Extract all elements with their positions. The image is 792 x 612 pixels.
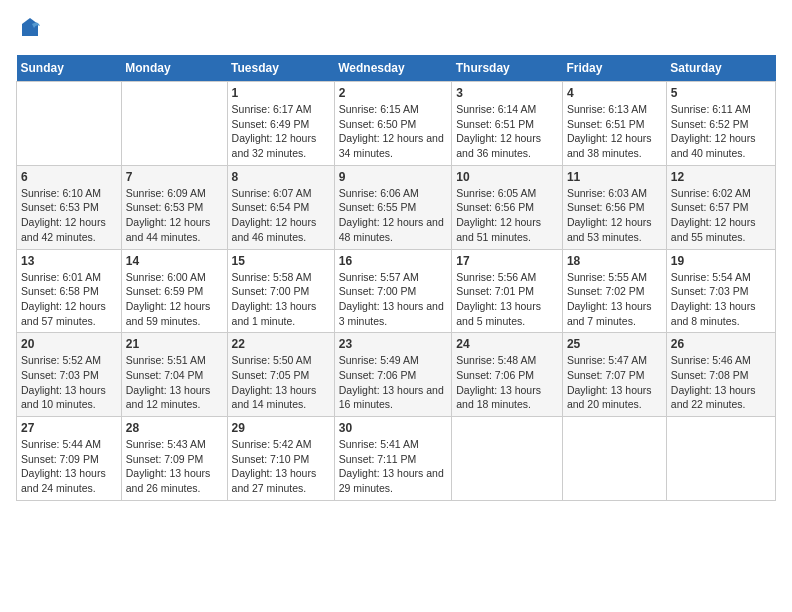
day-number: 28 [126, 421, 223, 435]
col-wednesday: Wednesday [334, 55, 452, 82]
day-number: 24 [456, 337, 558, 351]
day-number: 2 [339, 86, 448, 100]
calendar-cell: 23Sunrise: 5:49 AM Sunset: 7:06 PM Dayli… [334, 333, 452, 417]
cell-content: Sunrise: 6:13 AM Sunset: 6:51 PM Dayligh… [567, 102, 662, 161]
calendar-cell [121, 82, 227, 166]
calendar-cell: 22Sunrise: 5:50 AM Sunset: 7:05 PM Dayli… [227, 333, 334, 417]
calendar-cell: 20Sunrise: 5:52 AM Sunset: 7:03 PM Dayli… [17, 333, 122, 417]
cell-content: Sunrise: 5:56 AM Sunset: 7:01 PM Dayligh… [456, 270, 558, 329]
day-number: 5 [671, 86, 771, 100]
calendar-week-4: 20Sunrise: 5:52 AM Sunset: 7:03 PM Dayli… [17, 333, 776, 417]
day-number: 25 [567, 337, 662, 351]
logo-icon [18, 16, 42, 40]
day-number: 13 [21, 254, 117, 268]
calendar-cell: 12Sunrise: 6:02 AM Sunset: 6:57 PM Dayli… [666, 165, 775, 249]
cell-content: Sunrise: 5:54 AM Sunset: 7:03 PM Dayligh… [671, 270, 771, 329]
calendar-cell: 14Sunrise: 6:00 AM Sunset: 6:59 PM Dayli… [121, 249, 227, 333]
calendar-body: 1Sunrise: 6:17 AM Sunset: 6:49 PM Daylig… [17, 82, 776, 501]
calendar-cell: 1Sunrise: 6:17 AM Sunset: 6:49 PM Daylig… [227, 82, 334, 166]
day-number: 6 [21, 170, 117, 184]
day-number: 12 [671, 170, 771, 184]
cell-content: Sunrise: 6:03 AM Sunset: 6:56 PM Dayligh… [567, 186, 662, 245]
cell-content: Sunrise: 6:05 AM Sunset: 6:56 PM Dayligh… [456, 186, 558, 245]
calendar-cell: 10Sunrise: 6:05 AM Sunset: 6:56 PM Dayli… [452, 165, 563, 249]
day-number: 26 [671, 337, 771, 351]
day-number: 21 [126, 337, 223, 351]
calendar-cell: 5Sunrise: 6:11 AM Sunset: 6:52 PM Daylig… [666, 82, 775, 166]
calendar-cell: 29Sunrise: 5:42 AM Sunset: 7:10 PM Dayli… [227, 417, 334, 501]
cell-content: Sunrise: 6:07 AM Sunset: 6:54 PM Dayligh… [232, 186, 330, 245]
cell-content: Sunrise: 5:43 AM Sunset: 7:09 PM Dayligh… [126, 437, 223, 496]
calendar-cell: 15Sunrise: 5:58 AM Sunset: 7:00 PM Dayli… [227, 249, 334, 333]
calendar-week-2: 6Sunrise: 6:10 AM Sunset: 6:53 PM Daylig… [17, 165, 776, 249]
calendar-cell: 21Sunrise: 5:51 AM Sunset: 7:04 PM Dayli… [121, 333, 227, 417]
calendar-cell: 11Sunrise: 6:03 AM Sunset: 6:56 PM Dayli… [562, 165, 666, 249]
calendar-week-5: 27Sunrise: 5:44 AM Sunset: 7:09 PM Dayli… [17, 417, 776, 501]
cell-content: Sunrise: 5:49 AM Sunset: 7:06 PM Dayligh… [339, 353, 448, 412]
calendar-table: Sunday Monday Tuesday Wednesday Thursday… [16, 55, 776, 501]
day-number: 20 [21, 337, 117, 351]
calendar-cell: 16Sunrise: 5:57 AM Sunset: 7:00 PM Dayli… [334, 249, 452, 333]
cell-content: Sunrise: 6:10 AM Sunset: 6:53 PM Dayligh… [21, 186, 117, 245]
cell-content: Sunrise: 6:14 AM Sunset: 6:51 PM Dayligh… [456, 102, 558, 161]
cell-content: Sunrise: 5:48 AM Sunset: 7:06 PM Dayligh… [456, 353, 558, 412]
cell-content: Sunrise: 5:47 AM Sunset: 7:07 PM Dayligh… [567, 353, 662, 412]
col-saturday: Saturday [666, 55, 775, 82]
day-number: 16 [339, 254, 448, 268]
cell-content: Sunrise: 6:17 AM Sunset: 6:49 PM Dayligh… [232, 102, 330, 161]
calendar-cell [17, 82, 122, 166]
calendar-cell [452, 417, 563, 501]
cell-content: Sunrise: 5:58 AM Sunset: 7:00 PM Dayligh… [232, 270, 330, 329]
cell-content: Sunrise: 6:09 AM Sunset: 6:53 PM Dayligh… [126, 186, 223, 245]
day-number: 23 [339, 337, 448, 351]
header-row: Sunday Monday Tuesday Wednesday Thursday… [17, 55, 776, 82]
day-number: 17 [456, 254, 558, 268]
col-thursday: Thursday [452, 55, 563, 82]
calendar-cell: 2Sunrise: 6:15 AM Sunset: 6:50 PM Daylig… [334, 82, 452, 166]
col-monday: Monday [121, 55, 227, 82]
cell-content: Sunrise: 5:55 AM Sunset: 7:02 PM Dayligh… [567, 270, 662, 329]
calendar-cell: 9Sunrise: 6:06 AM Sunset: 6:55 PM Daylig… [334, 165, 452, 249]
day-number: 29 [232, 421, 330, 435]
calendar-cell: 25Sunrise: 5:47 AM Sunset: 7:07 PM Dayli… [562, 333, 666, 417]
calendar-cell: 13Sunrise: 6:01 AM Sunset: 6:58 PM Dayli… [17, 249, 122, 333]
calendar-cell: 24Sunrise: 5:48 AM Sunset: 7:06 PM Dayli… [452, 333, 563, 417]
calendar-cell: 30Sunrise: 5:41 AM Sunset: 7:11 PM Dayli… [334, 417, 452, 501]
col-friday: Friday [562, 55, 666, 82]
calendar-header: Sunday Monday Tuesday Wednesday Thursday… [17, 55, 776, 82]
calendar-cell [562, 417, 666, 501]
col-tuesday: Tuesday [227, 55, 334, 82]
day-number: 30 [339, 421, 448, 435]
cell-content: Sunrise: 5:46 AM Sunset: 7:08 PM Dayligh… [671, 353, 771, 412]
col-sunday: Sunday [17, 55, 122, 82]
calendar-cell: 27Sunrise: 5:44 AM Sunset: 7:09 PM Dayli… [17, 417, 122, 501]
logo [16, 16, 42, 45]
calendar-cell: 6Sunrise: 6:10 AM Sunset: 6:53 PM Daylig… [17, 165, 122, 249]
calendar-week-1: 1Sunrise: 6:17 AM Sunset: 6:49 PM Daylig… [17, 82, 776, 166]
calendar-cell: 18Sunrise: 5:55 AM Sunset: 7:02 PM Dayli… [562, 249, 666, 333]
cell-content: Sunrise: 6:00 AM Sunset: 6:59 PM Dayligh… [126, 270, 223, 329]
day-number: 9 [339, 170, 448, 184]
day-number: 11 [567, 170, 662, 184]
calendar-cell: 17Sunrise: 5:56 AM Sunset: 7:01 PM Dayli… [452, 249, 563, 333]
cell-content: Sunrise: 6:02 AM Sunset: 6:57 PM Dayligh… [671, 186, 771, 245]
day-number: 19 [671, 254, 771, 268]
cell-content: Sunrise: 6:11 AM Sunset: 6:52 PM Dayligh… [671, 102, 771, 161]
day-number: 1 [232, 86, 330, 100]
cell-content: Sunrise: 6:06 AM Sunset: 6:55 PM Dayligh… [339, 186, 448, 245]
cell-content: Sunrise: 5:50 AM Sunset: 7:05 PM Dayligh… [232, 353, 330, 412]
day-number: 7 [126, 170, 223, 184]
day-number: 8 [232, 170, 330, 184]
cell-content: Sunrise: 5:51 AM Sunset: 7:04 PM Dayligh… [126, 353, 223, 412]
calendar-cell: 26Sunrise: 5:46 AM Sunset: 7:08 PM Dayli… [666, 333, 775, 417]
cell-content: Sunrise: 5:57 AM Sunset: 7:00 PM Dayligh… [339, 270, 448, 329]
cell-content: Sunrise: 5:42 AM Sunset: 7:10 PM Dayligh… [232, 437, 330, 496]
day-number: 4 [567, 86, 662, 100]
cell-content: Sunrise: 5:44 AM Sunset: 7:09 PM Dayligh… [21, 437, 117, 496]
day-number: 10 [456, 170, 558, 184]
cell-content: Sunrise: 6:15 AM Sunset: 6:50 PM Dayligh… [339, 102, 448, 161]
day-number: 22 [232, 337, 330, 351]
cell-content: Sunrise: 5:41 AM Sunset: 7:11 PM Dayligh… [339, 437, 448, 496]
page-header [16, 16, 776, 45]
day-number: 15 [232, 254, 330, 268]
